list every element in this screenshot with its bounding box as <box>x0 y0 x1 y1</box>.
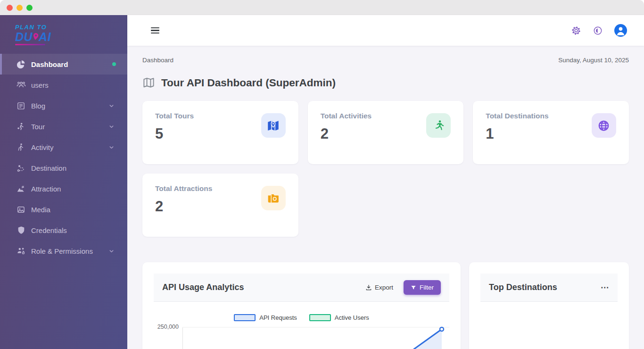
line-chart: 250,000 <box>154 324 449 349</box>
download-icon <box>365 284 372 291</box>
stats-grid: Total Tours 5 Total Activities 2 <box>142 101 629 237</box>
sidebar-nav: Dashboard users Blog Tour <box>0 54 127 261</box>
filter-label: Filter <box>420 284 434 291</box>
theme-contrast-icon[interactable] <box>593 25 603 36</box>
sidebar-item-label: Activity <box>31 143 54 151</box>
chart-legend: API Requests Active Users <box>154 314 449 321</box>
sidebar-item-activity[interactable]: Activity <box>0 137 127 158</box>
sidebar-item-label: Destination <box>31 164 66 172</box>
brand-logo[interactable]: PLAN TO DU AI <box>0 15 127 54</box>
sidebar-item-label: Attraction <box>31 185 61 193</box>
legend-label: API Requests <box>259 314 297 321</box>
map-pin-icon <box>261 113 286 138</box>
sidebar-item-label: Role & Permissions <box>31 247 93 255</box>
chevron-down-icon <box>109 249 114 254</box>
sidebar-item-label: Media <box>31 206 50 214</box>
hiker-icon <box>16 142 26 152</box>
y-axis-tick: 250,000 <box>154 324 179 330</box>
sidebar-item-attraction[interactable]: Attraction <box>0 178 127 199</box>
export-button[interactable]: Export <box>365 284 393 291</box>
page-title-text: Tour API Dashboard (SuperAdmin) <box>161 77 336 89</box>
brand-logo-underline <box>15 44 45 45</box>
globe-icon <box>592 113 616 138</box>
sidebar-item-role-permissions[interactable]: Role & Permissions <box>0 241 127 261</box>
filter-button[interactable]: Filter <box>404 280 441 295</box>
chevron-down-icon <box>109 145 114 150</box>
legend-item-api-requests[interactable]: API Requests <box>234 314 297 321</box>
brand-logo-line1: PLAN TO <box>15 24 127 31</box>
stat-label: Total Destinations <box>486 112 548 120</box>
current-date: Sunday, August 10, 2025 <box>558 57 629 64</box>
stat-card-total-destinations: Total Destinations 1 <box>473 101 629 164</box>
stat-card-total-tours: Total Tours 5 <box>142 101 298 164</box>
status-dot <box>112 62 116 66</box>
top-destinations-panel: Top Destinations ⋯ <box>469 262 629 349</box>
sidebar-item-destination[interactable]: Destination <box>0 158 127 178</box>
window-minimize-button[interactable] <box>17 5 23 11</box>
api-usage-analytics-panel: API Usage Analytics Export Filter <box>142 262 461 349</box>
sidebar-item-tour[interactable]: Tour <box>0 116 127 137</box>
stat-label: Total Tours <box>155 112 194 120</box>
image-icon <box>16 205 26 215</box>
sidebar-item-credentials[interactable]: Credentials <box>0 220 127 241</box>
sidebar: PLAN TO DU AI Dashboard <box>0 15 127 349</box>
window-titlebar <box>0 0 644 15</box>
user-avatar[interactable] <box>614 24 627 37</box>
menu-icon[interactable] <box>151 27 159 34</box>
sidebar-item-label: Tour <box>31 123 45 131</box>
settings-gear-icon[interactable] <box>571 25 581 36</box>
sidebar-item-dashboard[interactable]: Dashboard <box>0 54 127 75</box>
export-label: Export <box>375 284 393 291</box>
stat-value: 1 <box>486 125 548 142</box>
sidebar-item-label: Credentials <box>31 226 67 234</box>
brand-logo-du: DU <box>15 31 33 43</box>
role-permissions-icon <box>16 246 26 256</box>
sidebar-item-label: Dashboard <box>31 60 68 68</box>
brand-logo-line2: DU AI <box>15 31 127 43</box>
stat-label: Total Attractions <box>155 184 212 193</box>
sidebar-item-label: Blog <box>31 102 45 110</box>
destinations-title: Top Destinations <box>489 283 557 292</box>
map-outline-icon <box>142 76 155 89</box>
shield-icon <box>16 225 26 235</box>
analytics-title: API Usage Analytics <box>162 283 244 292</box>
runner-icon <box>426 113 451 138</box>
stat-label: Total Activities <box>321 112 372 120</box>
tour-walker-icon <box>16 122 26 132</box>
breadcrumb[interactable]: Dashboard <box>142 57 173 64</box>
chart-plot-area <box>182 324 449 349</box>
sidebar-item-users[interactable]: users <box>0 75 127 95</box>
chevron-down-icon <box>109 124 114 129</box>
topbar <box>127 15 644 46</box>
sidebar-item-label: users <box>31 81 49 89</box>
stat-value: 2 <box>321 125 372 142</box>
location-pin-icon <box>32 32 40 41</box>
app-window: PLAN TO DU AI Dashboard <box>0 0 644 349</box>
blog-icon <box>16 101 26 111</box>
content-area: Dashboard Sunday, August 10, 2025 Tour A… <box>127 46 644 349</box>
funnel-icon <box>411 285 416 291</box>
camera-icon <box>261 186 286 210</box>
page-title: Tour API Dashboard (SuperAdmin) <box>142 76 629 89</box>
sidebar-item-blog[interactable]: Blog <box>0 95 127 116</box>
legend-swatch-green <box>309 314 331 321</box>
analytics-panel-header: API Usage Analytics Export Filter <box>154 274 449 302</box>
legend-label: Active Users <box>335 314 369 321</box>
stat-value: 2 <box>155 198 212 215</box>
stat-card-total-activities: Total Activities 2 <box>308 101 464 164</box>
more-options-icon[interactable]: ⋯ <box>601 283 609 291</box>
sidebar-item-media[interactable]: Media <box>0 199 127 220</box>
destinations-panel-header: Top Destinations ⋯ <box>480 274 618 302</box>
mountain-flag-icon <box>16 184 26 194</box>
window-zoom-button[interactable] <box>26 5 33 11</box>
chevron-down-icon <box>109 103 114 108</box>
stat-card-total-attractions: Total Attractions 2 <box>142 174 298 237</box>
users-icon <box>16 80 26 90</box>
window-close-button[interactable] <box>7 5 13 11</box>
route-icon <box>16 163 26 173</box>
pie-chart-icon <box>16 59 26 69</box>
legend-item-active-users[interactable]: Active Users <box>309 314 369 321</box>
brand-logo-ai: AI <box>39 31 51 43</box>
legend-swatch-blue <box>234 314 256 321</box>
stat-value: 5 <box>155 125 194 142</box>
